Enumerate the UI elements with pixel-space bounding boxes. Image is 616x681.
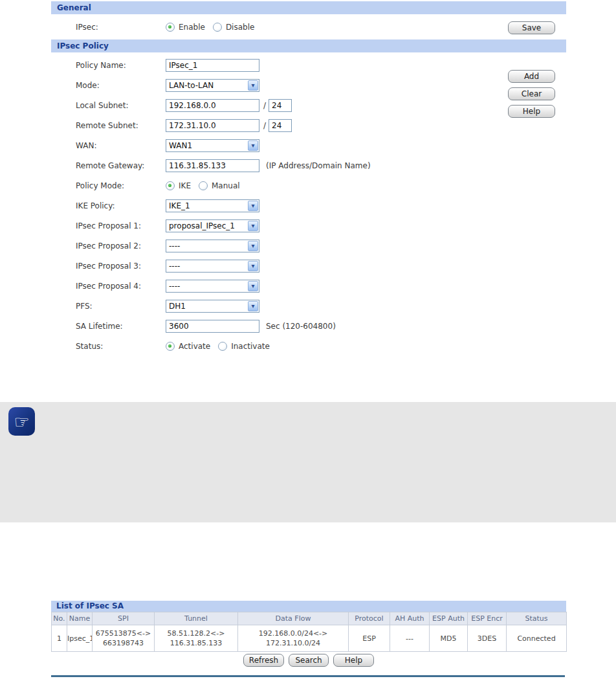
ipsec-proposal-3-select[interactable]: ----▾ [166, 260, 259, 273]
field-row-pfs: PFS:DH1▾ [0, 298, 616, 315]
mode-select[interactable]: LAN-to-LAN▾ [166, 79, 259, 92]
status-option-inactivate[interactable]: Inactivate [218, 342, 270, 351]
activate-option-label: Activate [179, 342, 210, 351]
sa-col-no: No. [52, 612, 67, 625]
radio-unselected-icon[interactable] [199, 181, 208, 190]
wan-label: WAN: [76, 141, 96, 150]
dropdown-arrow-icon[interactable]: ▾ [248, 201, 258, 211]
field-row-ipsec-proposal-4: IPsec Proposal 4:----▾ [0, 278, 616, 295]
remote-gateway-input[interactable] [166, 159, 259, 172]
local-subnet-input[interactable] [166, 99, 259, 112]
ipsec-settings-page: General IPsec: Enable Disable Save IPsec… [0, 0, 616, 681]
sa-col-name: Name [67, 612, 93, 625]
dropdown-arrow-icon[interactable]: ▾ [248, 281, 258, 291]
field-row-wan: WAN:WAN1▾ [0, 137, 616, 154]
dropdown-arrow-icon[interactable]: ▾ [248, 261, 258, 271]
general-section-header: General [51, 1, 566, 14]
ipsec-proposal-2-select[interactable]: ----▾ [166, 240, 259, 252]
dropdown-arrow-icon[interactable]: ▾ [248, 301, 258, 311]
wan-select[interactable]: WAN1▾ [166, 139, 259, 152]
dropdown-arrow-icon[interactable]: ▾ [248, 80, 258, 91]
policy-mode-option-ike[interactable]: IKE [166, 181, 191, 190]
field-row-ipsec-proposal-1: IPsec Proposal 1:proposal_IPsec_1▾ [0, 218, 616, 234]
inactivate-option-label: Inactivate [231, 342, 270, 351]
radio-unselected-icon[interactable] [213, 23, 222, 32]
ipsec-sa-section: List of IPsec SA No.NameSPITunnelData Fl… [51, 601, 566, 652]
policy-name-label: Policy Name: [76, 61, 126, 70]
sa-table-title: List of IPsec SA [51, 601, 566, 612]
ipsec-proposal-1-label: IPsec Proposal 1: [76, 221, 141, 230]
sa-cell-esp-auth: MD5 [430, 625, 468, 652]
pfs-label: PFS: [76, 302, 93, 311]
ipsec-proposal-1-select[interactable]: proposal_IPsec_1▾ [166, 219, 259, 232]
sa-cell-tunnel: 58.51.128.2<->116.31.85.133 [155, 625, 238, 652]
ipsec-disable-option[interactable]: Disable [213, 23, 255, 32]
field-row-ike-policy: IKE Policy:IKE_1▾ [0, 197, 616, 214]
table-help-button[interactable]: Help [333, 654, 374, 667]
ipsec-radio-group: Enable Disable [166, 23, 262, 32]
pointing-hand-icon: ☞ [8, 407, 35, 436]
bottom-divider [51, 675, 565, 677]
dropdown-arrow-icon[interactable]: ▾ [248, 241, 258, 251]
ipsec-proposal-4-control: ----▾ [166, 280, 259, 293]
sa-table-row: 1Ipsec_1675513875<->66319874358.51.128.2… [52, 625, 567, 652]
status-control: ActivateInactivate [166, 342, 278, 351]
ipsec-enable-option[interactable]: Enable [166, 23, 205, 32]
search-button[interactable]: Search [289, 654, 329, 667]
sa-col-status: Status [507, 612, 567, 625]
field-row-policy-mode: Policy Mode:IKEManual [0, 177, 616, 194]
refresh-button[interactable]: Refresh [243, 654, 284, 667]
sa-cell-spi: 675513875<->663198743 [93, 625, 155, 652]
ipsec-proposal-3-control: ----▾ [166, 260, 259, 273]
pfs-select[interactable]: DH1▾ [166, 300, 259, 313]
field-row-ipsec-proposal-2: IPsec Proposal 2:----▾ [0, 238, 616, 254]
sa-cell-ah-auth: --- [390, 625, 430, 652]
ipsec-proposal-4-select[interactable]: ----▾ [166, 280, 259, 293]
sa-cell-status: Connected [507, 625, 567, 652]
sa-table-buttons: Refresh Search Help [51, 654, 566, 667]
ipsec-proposal-4-selected-value: ---- [169, 280, 180, 292]
policy-mode-option-manual[interactable]: Manual [199, 181, 240, 190]
status-option-activate[interactable]: Activate [166, 342, 210, 351]
ipsec-label: IPsec: [76, 23, 98, 32]
remote-subnet-mask-input[interactable] [269, 119, 292, 132]
ipsec-proposal-2-control: ----▾ [166, 240, 259, 252]
ike-policy-select[interactable]: IKE_1▾ [166, 199, 259, 212]
dropdown-arrow-icon[interactable]: ▾ [248, 140, 258, 151]
dropdown-arrow-icon[interactable]: ▾ [248, 221, 258, 231]
field-row-remote-subnet: Remote Subnet:/ [0, 117, 616, 134]
sa-cell-esp-encr: 3DES [468, 625, 507, 652]
ike-policy-label: IKE Policy: [76, 201, 115, 210]
sa-cell-no: 1 [52, 625, 67, 652]
sa-lifetime-control: Sec (120-604800) [166, 320, 336, 333]
ipsec-proposal-2-label: IPsec Proposal 2: [76, 241, 141, 251]
remote-gateway-control: (IP Address/Domain Name) [166, 159, 371, 172]
enable-option-label: Enable [179, 23, 205, 32]
sa-table-header-row: No.NameSPITunnelData FlowProtocolAH Auth… [52, 612, 567, 625]
sa-lifetime-input[interactable] [166, 320, 259, 333]
sa-lifetime-note: Sec (120-604800) [266, 322, 336, 331]
pointing-hand-glyph: ☞ [14, 413, 29, 430]
sa-col-tunnel: Tunnel [155, 612, 238, 625]
mode-selected-value: LAN-to-LAN [169, 80, 214, 91]
ipsec-proposal-1-control: proposal_IPsec_1▾ [166, 219, 259, 232]
manual-option-label: Manual [212, 181, 240, 190]
wan-control: WAN1▾ [166, 139, 259, 152]
help-button[interactable]: Help [508, 105, 555, 118]
remote-subnet-input[interactable] [166, 119, 259, 132]
radio-unselected-icon[interactable] [218, 342, 227, 351]
radio-selected-icon[interactable] [166, 342, 175, 351]
clear-button[interactable]: Clear [508, 87, 555, 100]
local-subnet-mask-input[interactable] [269, 99, 292, 112]
add-button[interactable]: Add [508, 70, 555, 83]
radio-selected-icon[interactable] [166, 181, 175, 190]
ike-policy-control: IKE_1▾ [166, 199, 259, 212]
sa-col-protocol: Protocol [349, 612, 390, 625]
radio-selected-icon[interactable] [166, 23, 175, 32]
local-subnet-label: Local Subnet: [76, 101, 129, 110]
policy-name-input[interactable] [166, 59, 259, 72]
status-label: Status: [76, 342, 103, 351]
save-button[interactable]: Save [508, 21, 555, 34]
sa-cell-protocol: ESP [349, 625, 390, 652]
sa-col-spi: SPI [93, 612, 155, 625]
